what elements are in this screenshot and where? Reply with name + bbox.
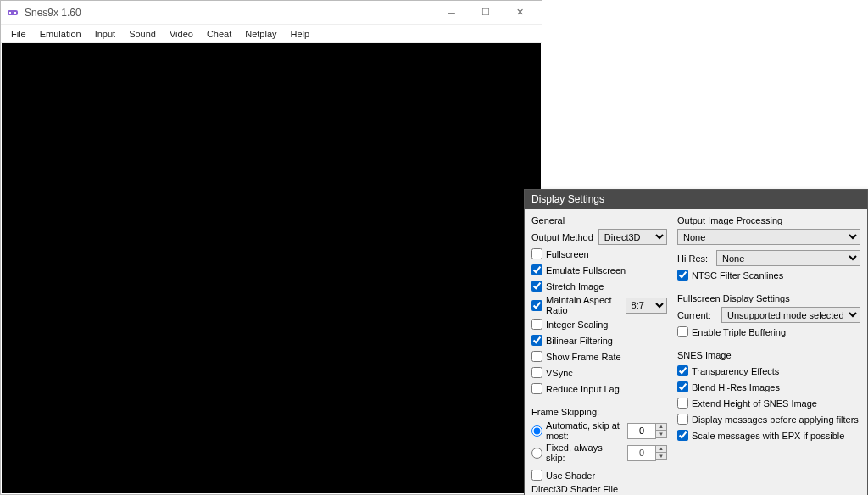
- emulate-fullscreen-label: Emulate Fullscreen: [546, 265, 626, 275]
- section-label-snes-image: SNES Image: [677, 350, 860, 360]
- svg-rect-1: [9, 12, 11, 14]
- display-settings-dialog: Display Settings General Output Method D…: [524, 189, 868, 495]
- dialog-title: Display Settings: [525, 190, 867, 209]
- extend-height-checkbox[interactable]: [677, 398, 688, 409]
- d3d-shader-label: Direct3D Shader File: [531, 484, 860, 494]
- use-shader-checkbox[interactable]: [531, 470, 542, 481]
- output-method-select[interactable]: Direct3D: [598, 229, 667, 245]
- menu-video[interactable]: Video: [163, 27, 200, 41]
- menu-cheat[interactable]: Cheat: [200, 27, 238, 41]
- menu-emulation[interactable]: Emulation: [33, 27, 88, 41]
- general-section: General Output Method Direct3D Fullscree…: [531, 214, 667, 463]
- svg-rect-0: [8, 10, 18, 15]
- current-mode-label: Current:: [677, 310, 716, 320]
- right-column: Output Image Processing None Hi Res: Non…: [677, 214, 860, 463]
- current-mode-select[interactable]: Unsupported mode selected: [721, 307, 860, 323]
- spin-up-icon[interactable]: ▲: [655, 423, 667, 431]
- aspect-select[interactable]: 8:7: [626, 298, 667, 314]
- section-label-frame-skipping: Frame Skipping:: [531, 407, 667, 417]
- stretch-image-label: Stretch Image: [546, 281, 604, 292]
- spin-up-icon[interactable]: ▲: [655, 445, 667, 453]
- titlebar: Snes9x 1.60 ─ ☐ ✕: [1, 1, 542, 25]
- reduce-input-lag-label: Reduce Input Lag: [546, 384, 620, 394]
- maximize-button[interactable]: ☐: [469, 3, 503, 23]
- scale-epx-checkbox[interactable]: [677, 430, 688, 441]
- vsync-checkbox[interactable]: [531, 367, 542, 378]
- reduce-input-lag-checkbox[interactable]: [531, 383, 542, 394]
- ntsc-scanlines-checkbox[interactable]: [677, 270, 688, 281]
- hires-select[interactable]: None: [716, 250, 860, 266]
- section-label-output-processing: Output Image Processing: [677, 215, 860, 225]
- menu-netplay[interactable]: Netplay: [238, 27, 283, 41]
- frameskip-fixed-radio[interactable]: [531, 448, 542, 459]
- transparency-checkbox[interactable]: [677, 365, 688, 376]
- scale-epx-label: Scale messages with EPX if possible: [692, 431, 844, 441]
- bilinear-label: Bilinear Filtering: [546, 336, 613, 346]
- output-method-label: Output Method: [531, 232, 593, 242]
- show-framerate-checkbox[interactable]: [531, 351, 542, 362]
- vsync-label: VSync: [546, 368, 573, 378]
- output-processing-select[interactable]: None: [677, 229, 860, 245]
- frameskip-auto-label: Automatic, skip at most:: [546, 420, 624, 441]
- frameskip-fixed-value[interactable]: [627, 445, 656, 461]
- minimize-button[interactable]: ─: [435, 3, 469, 23]
- triple-buffering-label: Enable Triple Buffering: [692, 327, 786, 337]
- extend-height-label: Extend Height of SNES Image: [692, 398, 817, 409]
- menu-input[interactable]: Input: [88, 27, 122, 41]
- section-label-general: General: [531, 215, 667, 225]
- maintain-aspect-checkbox[interactable]: [531, 300, 542, 311]
- bilinear-checkbox[interactable]: [531, 335, 542, 346]
- transparency-label: Transparency Effects: [692, 366, 779, 376]
- svg-rect-2: [14, 12, 16, 14]
- triple-buffering-checkbox[interactable]: [677, 326, 688, 337]
- blend-hires-label: Blend Hi-Res Images: [692, 382, 780, 392]
- integer-scaling-checkbox[interactable]: [531, 319, 542, 330]
- app-icon: [6, 6, 19, 19]
- menu-help[interactable]: Help: [284, 27, 317, 41]
- integer-scaling-label: Integer Scaling: [546, 320, 608, 330]
- close-button[interactable]: ✕: [503, 3, 537, 23]
- emulator-window: Snes9x 1.60 ─ ☐ ✕ File Emulation Input S…: [0, 0, 542, 495]
- menu-sound[interactable]: Sound: [122, 27, 163, 41]
- stretch-image-checkbox[interactable]: [531, 281, 542, 292]
- frameskip-auto-value[interactable]: [627, 423, 656, 439]
- menubar: File Emulation Input Sound Video Cheat N…: [1, 25, 542, 43]
- section-label-fullscreen-display: Fullscreen Display Settings: [677, 293, 860, 303]
- emulate-fullscreen-checkbox[interactable]: [531, 264, 542, 275]
- use-shader-label: Use Shader: [546, 470, 595, 481]
- fullscreen-checkbox[interactable]: [531, 248, 542, 259]
- display-before-filters-label: Display messages before applying filters: [692, 414, 859, 425]
- spin-down-icon[interactable]: ▼: [655, 453, 667, 460]
- menu-file[interactable]: File: [4, 27, 33, 41]
- ntsc-scanlines-label: NTSC Filter Scanlines: [692, 270, 783, 281]
- frameskip-fixed-label: Fixed, always skip:: [546, 442, 624, 463]
- display-before-filters-checkbox[interactable]: [677, 414, 688, 425]
- hires-label: Hi Res:: [677, 253, 711, 264]
- window-title: Snes9x 1.60: [25, 7, 435, 19]
- maintain-aspect-label: Maintain Aspect Ratio: [546, 295, 619, 315]
- blend-hires-checkbox[interactable]: [677, 381, 688, 392]
- show-framerate-label: Show Frame Rate: [546, 352, 621, 362]
- emulator-viewport: [2, 43, 541, 493]
- spin-down-icon[interactable]: ▼: [655, 431, 667, 438]
- frameskip-auto-radio[interactable]: [531, 425, 542, 437]
- fullscreen-label: Fullscreen: [546, 249, 589, 259]
